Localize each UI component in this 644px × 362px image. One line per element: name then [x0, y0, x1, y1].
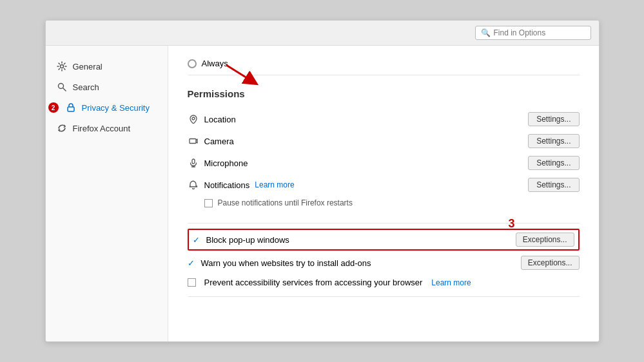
svg-rect-3: [68, 107, 74, 111]
step3-number: 3: [508, 217, 514, 231]
notifications-icon: [188, 179, 199, 191]
always-label: Always: [202, 59, 228, 68]
svg-point-5: [192, 117, 195, 120]
always-row: Always: [188, 59, 580, 75]
always-radio[interactable]: [188, 59, 197, 68]
warn-addons-row: ✓ Warn you when websites try to install …: [188, 252, 580, 274]
sidebar-label-firefox-account: Firefox Account: [73, 124, 131, 133]
svg-rect-6: [190, 139, 196, 144]
search-icon: 🔍: [481, 28, 491, 37]
sidebar-item-general[interactable]: General: [46, 56, 168, 77]
permission-row-location: Location Settings...: [188, 108, 580, 130]
location-settings-btn[interactable]: Settings...: [528, 112, 579, 126]
camera-label: Camera: [204, 137, 234, 146]
pause-notifications-label: Pause notifications until Firefox restar…: [218, 198, 353, 207]
warn-addons-exceptions-btn[interactable]: Exceptions...: [521, 256, 580, 270]
permissions-title: Permissions: [188, 88, 580, 99]
annotated-section: 3 ✓ Block pop-up windows Exceptions...: [188, 229, 580, 251]
sidebar-item-search[interactable]: Search: [46, 77, 168, 97]
prevent-accessibility-left: Prevent accessibility services from acce…: [188, 278, 471, 287]
sidebar-item-privacy[interactable]: 2 Privacy & Security: [46, 97, 168, 118]
accessibility-learn-more[interactable]: Learn more: [431, 278, 471, 287]
privacy-badge: 2: [48, 102, 59, 113]
prevent-accessibility-checkbox[interactable]: [188, 278, 196, 287]
notifications-learn-more[interactable]: Learn more: [255, 180, 294, 189]
gear-icon: [56, 61, 68, 72]
content-area: General Search 2: [46, 46, 599, 341]
sidebar-label-general: General: [73, 62, 102, 71]
sidebar-item-firefox-account[interactable]: Firefox Account: [46, 118, 168, 138]
permissions-section: Permissions Location Settings...: [188, 88, 580, 210]
find-input-wrap[interactable]: 🔍: [475, 26, 591, 40]
sidebar-label-privacy: Privacy & Security: [82, 103, 150, 113]
warn-addons-left: ✓ Warn you when websites try to install …: [188, 258, 371, 268]
permission-row-microphone: Microphone Settings...: [188, 152, 580, 174]
permission-row-camera: Camera Settings...: [188, 130, 580, 152]
permission-left-camera: Camera: [188, 135, 234, 147]
location-label: Location: [204, 115, 236, 124]
notifications-label: Notifications: [204, 180, 250, 190]
permission-left-microphone: Microphone: [188, 157, 248, 169]
camera-icon: [188, 135, 199, 147]
lock-icon: [65, 102, 77, 113]
pause-notifications-row: Pause notifications until Firefox restar…: [188, 196, 580, 210]
block-popup-exceptions-btn[interactable]: Exceptions...: [516, 233, 574, 247]
find-input[interactable]: [494, 28, 585, 37]
divider: [188, 223, 580, 224]
svg-point-0: [60, 65, 63, 68]
prevent-accessibility-row: Prevent accessibility services from acce…: [188, 274, 580, 291]
block-popup-row: ✓ Block pop-up windows Exceptions...: [188, 229, 580, 251]
svg-line-2: [63, 88, 66, 91]
warn-addons-label: Warn you when websites try to install ad…: [201, 258, 371, 268]
microphone-settings-btn[interactable]: Settings...: [528, 156, 579, 170]
location-icon: [188, 113, 199, 125]
toolbar: 🔍: [46, 21, 599, 46]
sidebar: General Search 2: [46, 46, 168, 341]
notif-left: Notifications Learn more: [188, 179, 295, 191]
sync-icon: [56, 122, 68, 134]
block-popup-left: ✓ Block pop-up windows: [193, 235, 289, 245]
warn-addons-check: ✓: [188, 258, 196, 268]
main-content: Always Permissions: [168, 46, 599, 341]
notifications-row: Notifications Learn more Settings...: [188, 174, 580, 196]
microphone-label: Microphone: [204, 158, 248, 168]
svg-rect-7: [192, 159, 195, 164]
bottom-divider: [188, 296, 580, 297]
pause-notifications-checkbox[interactable]: [204, 199, 213, 207]
block-popup-label: Block pop-up windows: [206, 235, 289, 245]
permission-left-location: Location: [188, 113, 236, 125]
mic-icon: [188, 157, 199, 169]
prevent-accessibility-label: Prevent accessibility services from acce…: [204, 278, 423, 287]
camera-settings-btn[interactable]: Settings...: [528, 134, 579, 148]
svg-point-1: [58, 84, 63, 89]
block-popup-check: ✓: [193, 235, 201, 245]
notifications-settings-btn[interactable]: Settings...: [528, 178, 579, 192]
sidebar-label-search: Search: [73, 82, 99, 92]
search-icon: [56, 81, 68, 93]
